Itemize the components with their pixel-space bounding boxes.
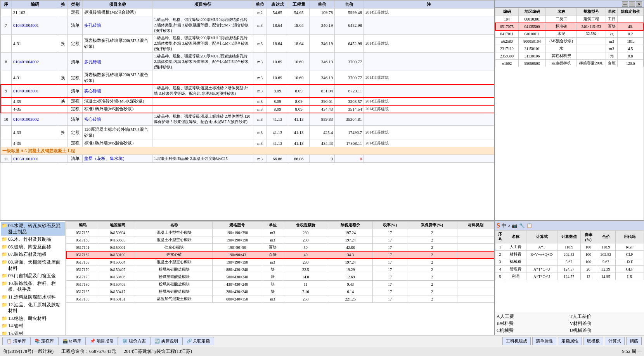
toolbar-btn-组价方案[interactable]: ⚙️ 组价方案 — [118, 337, 150, 345]
right-table-row[interactable]: 231711031150101水m34.5 — [495, 45, 644, 52]
materials-row[interactable]: 051717004150407粉煤灰硅酸盐砌块880×430×240块22.51… — [66, 266, 494, 273]
cost-row[interactable]: 3机械费5.671005.67JXF — [495, 258, 644, 266]
toolbar-btn-关联定额[interactable]: 🔗 关联定额 — [182, 337, 215, 345]
tab-qingdan-shuxing[interactable]: 清单属性 — [532, 337, 556, 345]
cost-table: 序号 名称 计算式 计算数值 费率(%) 合价 用代码 1人工费A*T118.9… — [495, 230, 644, 280]
cost-text-icon[interactable]: 中 — [502, 222, 506, 229]
table-row[interactable]: 11010501001001清单垫层（花板、集水坑）1.混凝土种类:商品砼 2.… — [1, 155, 494, 163]
materials-row[interactable]: 051716004150605混凝土小型空心砌块190×190×190m3230… — [66, 236, 494, 244]
table-row[interactable]: 4-35定额标准1砖外墙(M5混合砂浆)m341.1341.13434.4317… — [1, 139, 494, 147]
right-table-row[interactable]: ±62580800050104(M5混合砂浆)m3181. — [495, 38, 644, 45]
table-row[interactable]: 一级标显 A.5 混凝土及钢筋混凝土工程 — [1, 147, 494, 155]
materials-row[interactable]: 051718504150417粉煤灰硅酸盐砌块280×430×240块7.166… — [66, 288, 494, 295]
cost-footer-c: C机械费 — [497, 327, 570, 334]
restore-btn[interactable]: □ — [629, 1, 635, 7]
table-row[interactable]: 4-35换定额混凝土标准砖外墙(M5水泥砂浆)m38.098.09396.613… — [1, 97, 494, 105]
cost-col-value: 计算数值 — [557, 231, 581, 243]
toolbar-btn-项目指引[interactable]: 📌 项目指引 — [86, 337, 118, 345]
table-row[interactable]: 8010401004002清单多孔砖墙1.砖品种、规格、强度等级:200厚MU1… — [1, 53, 494, 71]
table-row[interactable]: 4-33换定额120厚混凝土标准砖外墙(M7.5混合砂浆)m341.1341.1… — [1, 126, 494, 139]
materials-row[interactable]: 051718004150405粉煤灰硅酸盐砌块430×430×240块119.4… — [66, 281, 494, 288]
category-item[interactable]: 📁08.墙面、天棚装饰及屋面材料 — [1, 259, 65, 272]
category-item[interactable]: 📁12.油品、化工原料及胶粘材料 — [1, 301, 65, 315]
cost-col-rate: 费率(%) — [581, 231, 596, 243]
materials-row[interactable]: 051717504150406粉煤灰硅酸盐砌块580×430×240块14.81… — [66, 273, 494, 281]
cost-footer-v: V材料差价 — [570, 320, 643, 327]
table-row[interactable]: 7010401004001清单多孔砖墙1.砖品种、规格、强度等级:200厚MU1… — [1, 16, 494, 35]
toolbar-btn-清单库[interactable]: 📋 清单库 — [2, 337, 30, 345]
table-row[interactable]: 10010401003002清单实心砖墙1.砖品种、规格、强度等级:混凝土标准砖… — [1, 113, 494, 126]
tab-jisuan-shi[interactable]: 计算式 — [605, 337, 625, 345]
col-price: 单价 — [310, 1, 335, 9]
cost-s-icon[interactable]: S — [497, 222, 500, 229]
mat-col-taxprice: 含税定额价 — [283, 222, 328, 229]
main-table: 序 编码 换 类别 项目名称 项目特征 单位 表达式 工程量 单价 合价 注 — [0, 0, 494, 163]
category-item[interactable]: 📁10.装饰线条、栏杆、栏板、扶手及 — [1, 280, 65, 293]
table-row[interactable]: 9010401003001清单实心砖墙1.砖品种、规格、强度等级:混凝土标准砖 … — [1, 85, 494, 97]
materials-row[interactable]: 051715504150604混凝土小型空心砌块190×190×390m3230… — [66, 229, 494, 236]
materials-table-wrapper[interactable]: 编码 地区编码 名称 规格型号 单位 含税定额价 除税定额价 税率(%) 采保费… — [66, 221, 494, 335]
cost-col-formula: 计算式 — [526, 231, 557, 243]
cost-row[interactable]: 2材料费B+V+≡+Q+D·262.52100262.52CLF — [495, 251, 644, 258]
cost-toolbar: S 中 ♪ 📷 🔧 📋 — [495, 221, 644, 230]
table-row[interactable]: 4-31换定额页岩模数多孔砖墙厚200(M7.5混合砂浆)1.砖品种、规格、强度… — [1, 35, 494, 53]
right-table-row[interactable]: 051707504135500标准砖240×115×53百块40. — [495, 23, 644, 30]
status-province: 2014江苏建筑与装饰工程(13江苏) — [124, 348, 192, 355]
col-note: 注 — [364, 1, 494, 9]
cost-row[interactable]: 1人工费A*T118.9100118.9RGF — [495, 243, 644, 251]
category-item[interactable]: 📁09.门窗制品及门窗五金 — [1, 272, 65, 280]
cost-table-wrapper[interactable]: 序号 名称 计算式 计算数值 费率(%) 合价 用代码 1人工费A*T118.9… — [495, 230, 644, 312]
mat-col-region: 地区编码 — [99, 222, 136, 229]
category-item[interactable]: 📁14.管材 — [1, 322, 65, 330]
toolbar-btn-换算说明[interactable]: 🔄 换算说明 — [150, 337, 182, 345]
right-col-name: 名称 — [546, 8, 577, 16]
cost-tool-icon[interactable]: 🔧 — [519, 223, 525, 229]
table-row[interactable]: 21-102定额标准砖墙模板(M5混合砂浆)m254.6554.65109.78… — [1, 9, 494, 16]
cost-footer-b: B材料费 — [497, 320, 570, 327]
category-item[interactable]: 📁06.玻璃、陶瓷及面砖 — [1, 243, 65, 251]
materials-row[interactable]: 051718804150151蒸压加气混凝土砌块600×240×150m3258… — [66, 295, 494, 303]
cost-footer: A人工费 T人工差价 B材料费 V材料差价 C机械费 U机械差价 — [495, 312, 644, 335]
col-seq: 序 — [1, 1, 12, 9]
materials-row[interactable]: 051716204150100砼实心砖190×90×43百块4034.3172 — [66, 251, 494, 259]
mat-col-notaxprice: 除税定额价 — [328, 222, 372, 229]
mat-col-unit: 单位 — [262, 222, 283, 229]
right-table-row[interactable]: 10400010301二类工建筑工程工日 — [495, 16, 644, 23]
table-row[interactable]: 4-35定额标准1砖外墙(M5混合砂浆)m38.098.09434.433514… — [1, 105, 494, 113]
minimize-btn[interactable]: — — [622, 1, 628, 7]
right-table-row[interactable]: 235930031130106其它材料费元0.8 — [495, 52, 644, 60]
toolbar-btn-材料库[interactable]: 🗃️ 材料库 — [58, 337, 86, 345]
cost-music-icon[interactable]: ♪ — [508, 223, 510, 229]
close-btn[interactable]: ✕ — [636, 1, 642, 7]
category-item[interactable]: 📁11.涂料及防腐防水材料 — [1, 293, 65, 301]
main-table-area: 序 编码 换 类别 项目名称 项目特征 单位 表达式 工程量 单价 合价 注 — [0, 0, 495, 221]
right-table-wrapper[interactable]: 编码 地区编码 名称 规格型号 单位 除税定额价 10400010301二类工建… — [495, 8, 644, 220]
col-total: 合价 — [335, 1, 364, 9]
cost-camera-icon[interactable]: 📷 — [512, 223, 518, 229]
cost-row[interactable]: 5利润A*T*C+U124.571214.95LR — [495, 273, 644, 280]
category-item[interactable]: 📁04.水泥、砖瓦灰砂石及混凝土制品 — [1, 222, 65, 236]
right-table-row[interactable]: ±160299050503灰浆搅拌机拌筒容量200L台班120.6 — [495, 60, 644, 67]
materials-row[interactable]: 051716104150601砼空心砌块190×90×90百块5042.8817… — [66, 244, 494, 251]
category-item[interactable]: 📁13.绝热、耐火材料 — [1, 315, 65, 323]
col-features: 项目特征 — [152, 1, 253, 9]
bottom-toolbar: 📋 清单库📚 定额库🗃️ 材料库📌 项目指引⚙️ 组价方案🔄 换算说明🔗 关联定… — [0, 335, 644, 347]
category-item[interactable]: 📁05.木、竹材及其制品 — [1, 236, 65, 243]
category-item[interactable]: 📁15.管材 — [1, 330, 65, 335]
status-total: 工程总造价：6687676.43元 — [61, 348, 116, 355]
cost-row[interactable]: 4管理费A*T*C+U124.572632.39GLF — [495, 266, 644, 273]
tab-dinge-shuxing[interactable]: 定额属性 — [558, 337, 582, 345]
tab-qumo-muban[interactable]: 取模板 — [583, 337, 603, 345]
right-table-row[interactable]: 041701104010611水泥32.5级kg0.2 — [495, 30, 644, 38]
panel-controls: — □ ✕ — [622, 1, 642, 7]
tab-gangjin[interactable]: 钢筋 — [626, 337, 642, 345]
materials-row[interactable]: 051716504150604混凝土小型空心砌块190×190×190m3230… — [66, 259, 494, 266]
table-row[interactable]: 4-31换定额页岩模数多孔砖墙厚200(M7.5混合砂浆)m310.6910.6… — [1, 71, 494, 85]
cost-list-icon[interactable]: 📋 — [526, 223, 532, 229]
toolbar-btn-定额库[interactable]: 📚 定额库 — [30, 337, 58, 345]
mat-col-name: 名称 — [136, 222, 212, 229]
main-table-wrapper[interactable]: 序 编码 换 类别 项目名称 项目特征 单位 表达式 工程量 单价 合价 注 — [0, 0, 494, 220]
category-item[interactable]: 📁07.装饰石材及地板 — [1, 251, 65, 259]
cost-breakdown: S 中 ♪ 📷 🔧 📋 序号 名称 计算式 计算数值 费率(%) — [495, 221, 644, 335]
tab-gongcheng-zucheng[interactable]: 工料机组成 — [502, 337, 531, 345]
